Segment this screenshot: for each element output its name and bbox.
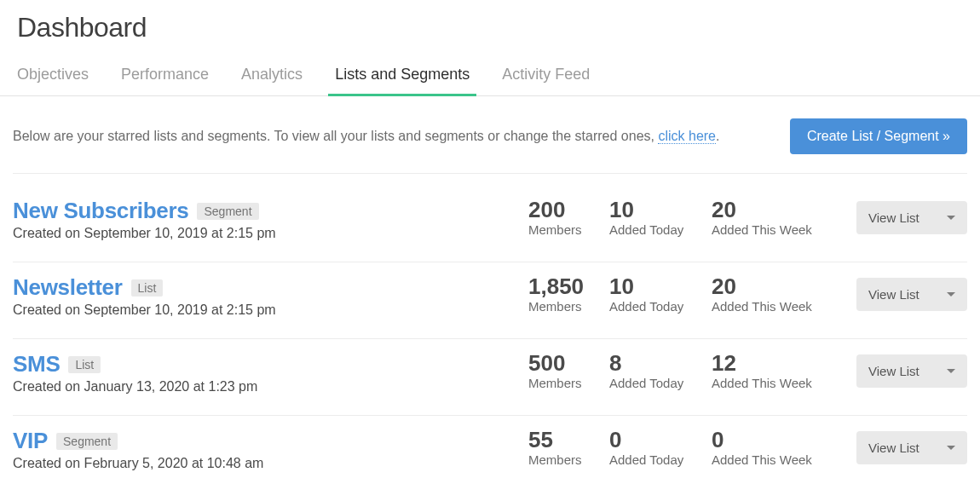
added-week-label: Added This Week: [712, 299, 844, 314]
item-type-badge: List: [68, 356, 101, 373]
view-list-button[interactable]: View List: [856, 278, 967, 311]
page-title: Dashboard: [17, 12, 963, 43]
tab-objectives[interactable]: Objectives: [17, 59, 89, 95]
list-row: Newsletter List Created on September 10,…: [13, 262, 967, 339]
added-today-label: Added Today: [609, 222, 712, 237]
list-row: New Subscribers Segment Created on Septe…: [13, 186, 967, 262]
added-today-label: Added Today: [609, 452, 712, 467]
item-type-badge: List: [131, 279, 164, 297]
item-created: Created on January 13, 2020 at 1:23 pm: [13, 379, 528, 394]
added-today-label: Added Today: [609, 299, 712, 314]
intro-before: Below are your starred lists and segment…: [13, 129, 658, 143]
list-row: SMS List Created on January 13, 2020 at …: [13, 339, 967, 416]
added-today-count: 0: [609, 428, 712, 452]
added-week-label: Added This Week: [712, 376, 844, 390]
members-count: 200: [528, 198, 609, 222]
added-week-count: 20: [712, 274, 844, 299]
item-type-badge: Segment: [197, 203, 258, 220]
members-count: 55: [528, 428, 609, 452]
added-today-count: 8: [609, 351, 712, 376]
added-week-count: 12: [712, 351, 844, 376]
members-label: Members: [528, 452, 609, 467]
members-label: Members: [528, 299, 609, 314]
added-week-label: Added This Week: [712, 452, 844, 467]
members-count: 500: [528, 351, 609, 376]
view-list-label: View List: [868, 287, 919, 302]
item-name[interactable]: New Subscribers: [13, 198, 188, 224]
view-list-button[interactable]: View List: [856, 431, 967, 464]
added-week-count: 20: [712, 198, 844, 222]
added-today-label: Added Today: [609, 376, 712, 390]
intro-row: Below are your starred lists and segment…: [13, 118, 967, 174]
added-week-count: 0: [712, 428, 844, 452]
create-list-segment-button[interactable]: Create List / Segment »: [790, 118, 967, 154]
item-type-badge: Segment: [56, 433, 118, 450]
chevron-down-icon: [947, 216, 955, 220]
tab-analytics[interactable]: Analytics: [241, 59, 303, 95]
intro-link[interactable]: click here: [658, 129, 716, 144]
added-week-label: Added This Week: [712, 222, 844, 237]
members-label: Members: [528, 222, 609, 237]
view-list-label: View List: [868, 441, 919, 455]
chevron-down-icon: [947, 369, 955, 373]
added-today-count: 10: [609, 274, 712, 299]
rows: New Subscribers Segment Created on Septe…: [13, 186, 967, 478]
view-list-button[interactable]: View List: [856, 201, 967, 234]
chevron-down-icon: [947, 292, 955, 297]
tabs: Objectives Performance Analytics Lists a…: [0, 59, 980, 96]
chevron-down-icon: [947, 446, 955, 450]
list-row: VIP Segment Created on February 5, 2020 …: [13, 416, 967, 478]
intro-text: Below are your starred lists and segment…: [13, 129, 719, 144]
members-label: Members: [528, 376, 609, 390]
item-created: Created on September 10, 2019 at 2:15 pm: [13, 302, 528, 318]
item-created: Created on February 5, 2020 at 10:48 am: [13, 456, 528, 471]
added-today-count: 10: [609, 198, 712, 222]
item-created: Created on September 10, 2019 at 2:15 pm: [13, 226, 528, 241]
intro-after: .: [716, 129, 719, 143]
tab-performance[interactable]: Performance: [121, 59, 209, 95]
view-list-button[interactable]: View List: [856, 354, 967, 388]
item-name[interactable]: VIP: [13, 428, 48, 454]
item-name[interactable]: Newsletter: [13, 274, 123, 301]
item-name[interactable]: SMS: [13, 351, 60, 377]
tab-activity-feed[interactable]: Activity Feed: [502, 59, 590, 95]
tab-lists-and-segments[interactable]: Lists and Segments: [335, 59, 470, 95]
members-count: 1,850: [528, 274, 609, 299]
view-list-label: View List: [868, 210, 919, 225]
view-list-label: View List: [868, 364, 919, 378]
